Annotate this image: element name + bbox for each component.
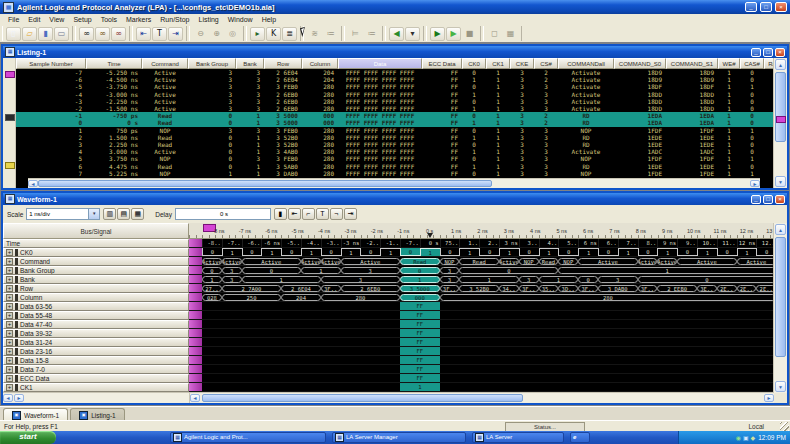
scroll-down-icon[interactable]: ▼ <box>775 381 786 392</box>
waveform-v-scrollbar[interactable]: ▲ ▼ <box>773 223 787 393</box>
signal-label-data-55-48[interactable]: +Data 55-48 <box>3 311 189 320</box>
time-ruler[interactable]: -8 ns-7 ns-6 ns-5 ns-4 ns-3 ns-2 ns-1 ns… <box>189 223 774 239</box>
scroll-left-icon[interactable]: ◄ <box>3 394 13 402</box>
expand-icon[interactable]: + <box>6 330 13 337</box>
setup-sampling-icon[interactable]: ▸ <box>250 27 265 41</box>
menu-markers[interactable]: Markers <box>122 16 155 23</box>
waveform-h-scrollbar[interactable]: ◄ ► ◄ ► <box>3 392 774 403</box>
signal-label-bank[interactable]: +Bank <box>3 275 189 284</box>
delay-input[interactable]: 0 s <box>175 208 271 220</box>
prev-marker-icon[interactable]: ⇤ <box>136 27 151 41</box>
scroll-right-icon[interactable]: ► <box>764 394 774 402</box>
find-prev-icon[interactable]: ∞ <box>111 27 126 41</box>
col-header-cs[interactable]: CS# <box>534 58 558 69</box>
col-header-command-s0[interactable]: COMMAND_S0 <box>614 58 666 69</box>
sound-icon[interactable]: ◀ <box>389 27 404 41</box>
table-row[interactable]: 00 sRead013 5000000FFFF FFFF FFFF FFFFFF… <box>16 119 773 126</box>
scroll-right-icon[interactable]: ► <box>14 394 24 402</box>
menu-run-stop[interactable]: Run/Stop <box>156 16 193 23</box>
go-to-trigger-icon[interactable]: T <box>316 208 329 220</box>
expand-icon[interactable]: + <box>6 321 13 328</box>
table-row[interactable]: 21.500 nsRead013 52B0280FFFF FFFF FFFF F… <box>16 134 773 141</box>
waveform-plot[interactable]: Time-8..-7..-6..-6 ns-5..-4..-3..-3 ns-2… <box>3 239 774 392</box>
cursor-row-marker[interactable] <box>5 114 15 121</box>
col-header-ck1[interactable]: CK1 <box>486 58 510 69</box>
save-icon[interactable]: ▮ <box>38 27 53 41</box>
col-header-we[interactable]: WE# <box>718 58 740 69</box>
menu-listing[interactable]: Listing <box>195 16 223 23</box>
menu-view[interactable]: View <box>45 16 68 23</box>
listing-close-button[interactable]: × <box>775 48 785 57</box>
waveform-maximize-button[interactable]: □ <box>763 195 773 204</box>
expand-icon[interactable]: + <box>6 339 13 346</box>
signal-label-data-31-24[interactable]: +Data 31-24 <box>3 338 189 347</box>
print-icon[interactable]: ▭ <box>54 27 69 41</box>
table-row[interactable]: 43.000 nsActive013 4AB0280FFFF FFFF FFFF… <box>16 148 773 155</box>
tray-agilent-icon[interactable]: ▣ <box>743 435 749 441</box>
table-row[interactable]: 64.475 nsRead013 5AB0280FFFF FFFF FFFF F… <box>16 162 773 169</box>
col-header-column[interactable]: Column <box>302 58 338 69</box>
menu-window[interactable]: Window <box>224 16 257 23</box>
start-button[interactable]: start <box>0 431 56 444</box>
tray-volume-icon[interactable]: ◆ <box>751 435 756 441</box>
expand-icon[interactable]: + <box>6 294 13 301</box>
signal-label-command[interactable]: +Command <box>3 257 189 266</box>
table-row[interactable]: 1750 psNOP333 FEB0280FFFF FFFF FFFF FFFF… <box>16 127 773 134</box>
prev-edge-icon[interactable]: ⌐ <box>302 208 315 220</box>
expand-icon[interactable]: + <box>6 312 13 319</box>
next-marker-icon[interactable]: ⇥ <box>168 27 183 41</box>
col-header-command-s1[interactable]: COMMAND_S1 <box>666 58 718 69</box>
expand-icon[interactable]: + <box>6 267 13 274</box>
waveform-v-scroll-thumb[interactable] <box>775 237 786 357</box>
pan-left-icon[interactable]: ⇤ <box>288 208 301 220</box>
col-header-sample-number[interactable]: Sample Number <box>16 58 86 69</box>
taskbar-button-la-server-manager[interactable]: ▦LA Server Manager <box>332 432 466 443</box>
setup-trigger-icon[interactable]: K <box>266 27 281 41</box>
scroll-left-icon[interactable]: ◄ <box>190 394 200 402</box>
expand-icon[interactable]: + <box>6 375 13 382</box>
col-header-ck0[interactable]: CK0 <box>462 58 486 69</box>
menu-help[interactable]: Help <box>258 16 280 23</box>
listing-h-scrollbar[interactable]: ◄ ► <box>28 178 760 188</box>
col-header-commandall[interactable]: COMMANDall <box>558 58 614 69</box>
col-header-cke[interactable]: CKE <box>510 58 534 69</box>
signal-label-column[interactable]: +Column <box>3 293 189 302</box>
listing-v-scrollbar[interactable]: ▲ ▼ <box>773 58 787 188</box>
maximize-button[interactable]: □ <box>760 2 772 12</box>
col-header-cas[interactable]: CAS# <box>740 58 764 69</box>
scroll-right-icon[interactable]: ► <box>750 180 760 187</box>
signal-label-data-47-40[interactable]: +Data 47-40 <box>3 320 189 329</box>
scroll-up-icon[interactable]: ▲ <box>775 224 786 235</box>
chevron-down-icon[interactable]: ▾ <box>88 209 99 219</box>
table-row[interactable]: -4-3.000 nsActive332 6EB0280FFFF FFFF FF… <box>16 91 773 98</box>
menu-file[interactable]: File <box>4 16 23 23</box>
table-row[interactable]: 53.750 nsNOP033 FEB0280FFFF FFFF FFFF FF… <box>16 155 773 162</box>
expand-icon[interactable]: + <box>6 249 13 256</box>
table-row[interactable]: 75.225 nsNOP113 DAB0280FFFF FFFF FFFF FF… <box>16 170 773 177</box>
listing-v-scroll-thumb[interactable] <box>775 72 786 142</box>
listing-h-scroll-thumb[interactable] <box>38 180 492 187</box>
col-header-bank-group[interactable]: Bank Group <box>188 58 236 69</box>
col-header-data[interactable]: Data <box>338 58 422 69</box>
col-header-ecc-data[interactable]: ECC Data <box>422 58 462 69</box>
expand-icon[interactable]: + <box>6 348 13 355</box>
signal-label-data-39-32[interactable]: +Data 39-32 <box>3 329 189 338</box>
expand-icon[interactable]: + <box>6 384 13 391</box>
taskbar-ie-button[interactable]: e <box>570 432 590 443</box>
expand-icon[interactable]: + <box>6 357 13 364</box>
col-header-ras[interactable]: RAS# <box>764 58 773 69</box>
expand-icon[interactable]: + <box>6 303 13 310</box>
signal-label-row[interactable]: +Row <box>3 284 189 293</box>
col-header-command[interactable]: Command <box>142 58 188 69</box>
waveform-zoom-fit-icon[interactable]: ▥ <box>103 208 116 220</box>
bus-signal-header[interactable]: Bus/Signal <box>3 223 189 239</box>
table-row[interactable]: 32.250 nsRead013 52B0280FFFF FFFF FFFF F… <box>16 141 773 148</box>
sound-dropdown-icon[interactable]: ▾ <box>405 27 420 41</box>
tray-network-icon[interactable]: ◉ <box>736 435 741 441</box>
begin-of-data-marker[interactable] <box>5 71 15 78</box>
signal-label-time[interactable]: Time <box>3 239 189 248</box>
expand-icon[interactable]: + <box>6 285 13 292</box>
label-column-scrollbar[interactable]: ◄ ► <box>3 393 190 403</box>
signal-label-data-15-8[interactable]: +Data 15-8 <box>3 356 189 365</box>
find-next-icon[interactable]: ∞ <box>95 27 110 41</box>
